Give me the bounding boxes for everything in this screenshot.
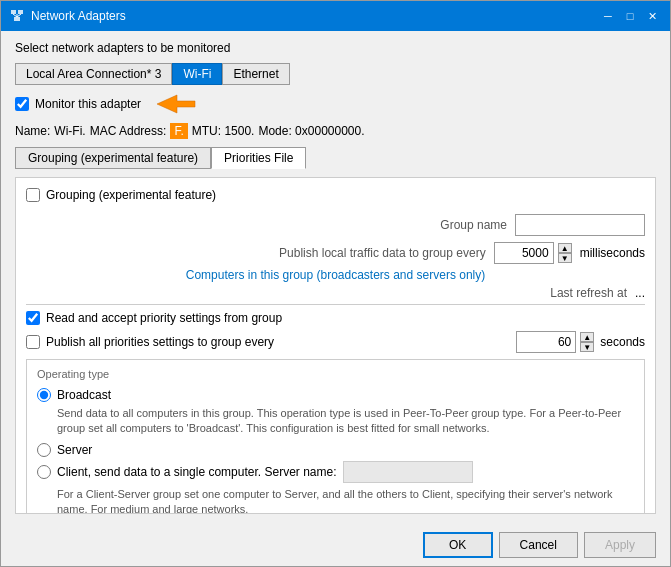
svg-rect-0 <box>11 10 16 14</box>
grouping-label[interactable]: Grouping (experimental feature) <box>46 188 216 202</box>
monitor-label[interactable]: Monitor this adapter <box>35 97 141 111</box>
main-panel: Grouping (experimental feature) Group na… <box>15 177 656 514</box>
tab-local-area[interactable]: Local Area Connection* 3 <box>15 63 172 85</box>
publish-unit: milliseconds <box>580 246 645 260</box>
grouping-checkbox[interactable] <box>26 188 40 202</box>
publish-priority-label[interactable]: Publish all priorities settings to group… <box>46 335 510 349</box>
publish-value-input[interactable] <box>494 242 554 264</box>
last-refresh-value: ... <box>635 286 645 300</box>
publish-priority-checkbox[interactable] <box>26 335 40 349</box>
publish-row: Publish local traffic data to group ever… <box>26 242 645 264</box>
network-adapters-window: Network Adapters ─ □ ✕ Select network ad… <box>0 0 671 567</box>
priority-unit: seconds <box>600 335 645 349</box>
info-row: Name: Wi-Fi. MAC Address: F. MTU: 1500. … <box>15 123 656 139</box>
server-label[interactable]: Server <box>57 443 92 457</box>
server-radio[interactable] <box>37 443 51 457</box>
broadcast-radio[interactable] <box>37 388 51 402</box>
client-radio[interactable] <box>37 465 51 479</box>
svg-line-4 <box>13 14 17 17</box>
priority-spinner-btns: ▲ ▼ <box>580 332 594 352</box>
priority-value-input[interactable] <box>516 331 576 353</box>
subtitle: Select network adapters to be monitored <box>15 41 656 55</box>
client-radio-row: Client, send data to a single computer. … <box>37 461 634 483</box>
client-desc: For a Client-Server group set one comput… <box>57 487 634 514</box>
grouping-checkbox-row: Grouping (experimental feature) <box>26 188 645 202</box>
minimize-button[interactable]: ─ <box>598 6 618 26</box>
read-priority-label[interactable]: Read and accept priority settings from g… <box>46 311 282 325</box>
publish-spinner-btns: ▲ ▼ <box>558 243 572 263</box>
footer: OK Cancel Apply <box>1 524 670 566</box>
arrow-indicator <box>147 93 197 115</box>
publish-label: Publish local traffic data to group ever… <box>279 246 486 260</box>
ok-button[interactable]: OK <box>423 532 493 558</box>
client-label[interactable]: Client, send data to a single computer. … <box>57 465 337 479</box>
monitor-checkbox[interactable] <box>15 97 29 111</box>
priority-spinner-down[interactable]: ▼ <box>580 342 594 352</box>
last-refresh-row: Last refresh at ... <box>26 286 645 300</box>
group-name-input[interactable] <box>515 214 645 236</box>
broadcast-desc: Send data to all computers in this group… <box>57 406 634 437</box>
svg-line-5 <box>17 14 21 17</box>
title-bar-left: Network Adapters <box>9 8 126 24</box>
maximize-button[interactable]: □ <box>620 6 640 26</box>
group-name-label: Group name <box>440 218 507 232</box>
priority-spinner: ▲ ▼ <box>516 331 594 353</box>
monitor-row: Monitor this adapter <box>15 93 656 115</box>
mac-value: F. <box>170 123 187 139</box>
network-icon <box>9 8 25 24</box>
publish-spinner: ▲ ▼ <box>494 242 572 264</box>
close-button[interactable]: ✕ <box>642 6 662 26</box>
apply-button[interactable]: Apply <box>584 532 656 558</box>
name-value: Wi-Fi. <box>54 124 85 138</box>
mode-label: Mode: 0x00000000. <box>258 124 364 138</box>
priority-spinner-up[interactable]: ▲ <box>580 332 594 342</box>
group-name-row: Group name <box>26 214 645 236</box>
read-priority-row: Read and accept priority settings from g… <box>26 311 645 325</box>
server-name-input[interactable] <box>343 461 473 483</box>
subtab-priorities[interactable]: Priorities File <box>211 147 306 169</box>
title-bar-controls: ─ □ ✕ <box>598 6 662 26</box>
title-bar: Network Adapters ─ □ ✕ <box>1 1 670 31</box>
publish-spinner-down[interactable]: ▼ <box>558 253 572 263</box>
tab-wifi[interactable]: Wi-Fi <box>172 63 222 85</box>
adapter-tabs: Local Area Connection* 3 Wi-Fi Ethernet <box>15 63 656 85</box>
subtab-grouping[interactable]: Grouping (experimental feature) <box>15 147 211 169</box>
mtu-label: MTU: 1500. <box>192 124 255 138</box>
tab-ethernet[interactable]: Ethernet <box>222 63 289 85</box>
cancel-button[interactable]: Cancel <box>499 532 578 558</box>
svg-rect-1 <box>18 10 23 14</box>
server-radio-row: Server <box>37 443 634 457</box>
operating-legend: Operating type <box>37 368 634 380</box>
window-content: Select network adapters to be monitored … <box>1 31 670 524</box>
divider1 <box>26 304 645 305</box>
svg-marker-6 <box>157 95 195 113</box>
operating-type-group: Operating type Broadcast Send data to al… <box>26 359 645 514</box>
last-refresh-label: Last refresh at <box>26 286 627 300</box>
broadcast-label[interactable]: Broadcast <box>57 388 111 402</box>
computers-note: Computers in this group (broadcasters an… <box>26 268 645 282</box>
publish-spinner-up[interactable]: ▲ <box>558 243 572 253</box>
broadcast-radio-row: Broadcast <box>37 388 634 402</box>
name-label: Name: <box>15 124 50 138</box>
svg-rect-2 <box>14 17 20 21</box>
read-priority-checkbox[interactable] <box>26 311 40 325</box>
mac-label: MAC Address: <box>90 124 167 138</box>
subtabs: Grouping (experimental feature) Prioriti… <box>15 147 656 169</box>
window-title: Network Adapters <box>31 9 126 23</box>
publish-priority-row: Publish all priorities settings to group… <box>26 331 645 353</box>
